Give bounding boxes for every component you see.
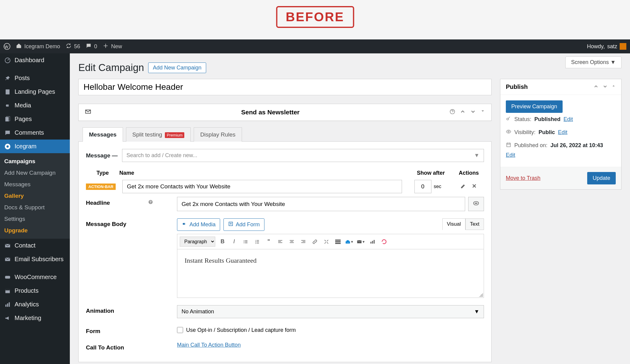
- submenu-upgrade[interactable]: Upgrade: [0, 225, 70, 236]
- update-button[interactable]: Update: [587, 172, 616, 184]
- sidebar-item-marketing[interactable]: Marketing: [0, 311, 70, 325]
- sidebar-item-icegram[interactable]: Icegram: [0, 140, 70, 153]
- sidebar-item-contact[interactable]: Contact: [0, 239, 70, 252]
- sidebar-item-landing-pages[interactable]: Landing Pages: [0, 85, 70, 99]
- align-center-icon[interactable]: [288, 238, 296, 246]
- help-icon[interactable]: [449, 109, 455, 116]
- align-right-icon[interactable]: [299, 238, 308, 246]
- sidebar-item-woocommerce[interactable]: WooCommerce: [0, 270, 70, 284]
- newsletter-panel: Send as Newsletter: [78, 104, 492, 121]
- campaign-title-input[interactable]: [78, 79, 492, 95]
- user-menu[interactable]: Howdy, satz: [587, 43, 626, 50]
- caret-down-icon[interactable]: [480, 109, 485, 116]
- numbered-list-icon[interactable]: 123: [253, 238, 261, 246]
- submenu-messages[interactable]: Messages: [0, 179, 70, 190]
- tab-split-testing[interactable]: Split testing Premium: [126, 127, 191, 142]
- svg-rect-15: [9, 302, 10, 307]
- media-icon: [4, 102, 11, 109]
- cta-label: Call To Action: [86, 342, 177, 351]
- form-icon: [228, 221, 233, 228]
- format-select[interactable]: Paragraph: [180, 237, 215, 247]
- cta-link[interactable]: Main Call To Action Button: [177, 342, 241, 348]
- submenu-gallery[interactable]: Gallery: [0, 190, 70, 202]
- sidebar-item-comments[interactable]: Comments: [0, 126, 70, 140]
- action-bar-badge: ACTION-BAR: [86, 184, 116, 190]
- new-content-link[interactable]: New: [103, 43, 122, 50]
- message-name-input[interactable]: [122, 180, 402, 193]
- sidebar-submenu: Campaigns Add New Campaign Messages Gall…: [0, 153, 70, 239]
- sidebar-item-pages[interactable]: Pages: [0, 112, 70, 126]
- admin-bar: Icegram Demo 56 0: [0, 39, 630, 53]
- editor-tab-visual[interactable]: Visual: [442, 218, 465, 230]
- resize-handle-icon[interactable]: [479, 293, 483, 297]
- svg-point-22: [476, 203, 476, 204]
- visibility-edit-link[interactable]: Edit: [558, 129, 567, 136]
- italic-icon[interactable]: I: [230, 238, 238, 246]
- sidebar-item-email-subscribers[interactable]: Email Subscribers: [0, 252, 70, 266]
- link-icon[interactable]: [311, 238, 319, 246]
- svg-rect-53: [370, 242, 371, 244]
- add-new-campaign-button[interactable]: Add New Campaign: [148, 62, 206, 73]
- envelope-icon[interactable]: ▼: [357, 238, 365, 246]
- tab-messages[interactable]: Messages: [83, 127, 123, 142]
- chevron-down-icon[interactable]: [470, 109, 476, 116]
- screen-options-toggle[interactable]: Screen Options ▼: [565, 56, 621, 68]
- submenu-add-new-campaign[interactable]: Add New Campaign: [0, 167, 70, 179]
- published-edit-link[interactable]: Edit: [506, 152, 515, 158]
- message-body-editor[interactable]: Instant Results Guaranteed: [177, 249, 484, 298]
- submenu-settings[interactable]: Settings: [0, 213, 70, 225]
- fullscreen-icon[interactable]: [322, 238, 331, 246]
- message-search-select[interactable]: Search to add / Create new... ▼: [122, 149, 484, 162]
- chart-icon[interactable]: [368, 238, 377, 246]
- svg-point-24: [183, 223, 185, 225]
- sidebar-item-products[interactable]: Products: [0, 284, 70, 298]
- comment-icon: [86, 43, 92, 50]
- status-edit-link[interactable]: Edit: [564, 116, 573, 123]
- updates-link[interactable]: 56: [66, 43, 80, 50]
- chevron-up-icon[interactable]: [593, 84, 599, 90]
- move-to-trash-link[interactable]: Move to Trash: [506, 175, 540, 181]
- submenu-docs-support[interactable]: Docs & Support: [0, 202, 70, 213]
- col-header-actions: Actions: [454, 170, 484, 176]
- avatar: [620, 43, 626, 50]
- svg-rect-58: [507, 143, 510, 147]
- edit-icon[interactable]: [460, 183, 466, 190]
- align-left-icon[interactable]: [276, 238, 284, 246]
- add-media-button[interactable]: Add Media: [177, 218, 220, 231]
- preview-campaign-button[interactable]: Preview Campaign: [506, 100, 563, 113]
- submenu-campaigns[interactable]: Campaigns: [0, 156, 70, 167]
- show-after-input[interactable]: [414, 180, 431, 193]
- wp-logo-icon[interactable]: [4, 43, 10, 50]
- bold-icon[interactable]: B: [218, 238, 227, 246]
- quote-icon[interactable]: ": [264, 238, 273, 246]
- sidebar-item-dashboard[interactable]: Dashboard: [0, 53, 70, 67]
- toolbar-toggle-icon[interactable]: [334, 238, 342, 246]
- caret-down-icon: ▼: [474, 152, 479, 159]
- close-icon[interactable]: [471, 183, 477, 190]
- editor-tab-text[interactable]: Text: [465, 218, 484, 230]
- refresh-icon[interactable]: [380, 238, 388, 246]
- svg-point-30: [244, 241, 244, 242]
- comments-link[interactable]: 0: [86, 43, 97, 50]
- envelope-open-icon[interactable]: ▼: [345, 238, 354, 246]
- help-icon[interactable]: ?: [148, 200, 153, 206]
- headline-label: Headline ?: [86, 197, 177, 211]
- bullet-list-icon[interactable]: [241, 238, 250, 246]
- svg-point-3: [6, 104, 8, 106]
- headline-chat-button[interactable]: [468, 197, 484, 211]
- sidebar-item-posts[interactable]: Posts: [0, 71, 70, 85]
- animation-select[interactable]: No Animation ▼: [177, 305, 484, 318]
- sidebar-item-media[interactable]: Media: [0, 99, 70, 112]
- caret-up-icon[interactable]: [611, 84, 616, 90]
- site-name-link[interactable]: Icegram Demo: [16, 43, 60, 50]
- sidebar-item-analytics[interactable]: Analytics: [0, 298, 70, 311]
- svg-rect-37: [257, 241, 259, 242]
- tab-display-rules[interactable]: Display Rules: [194, 127, 242, 142]
- form-checkbox[interactable]: [177, 327, 183, 333]
- headline-input[interactable]: [177, 197, 465, 211]
- svg-rect-41: [278, 241, 281, 242]
- add-form-button[interactable]: Add Form: [223, 218, 264, 231]
- chevron-up-icon[interactable]: [460, 109, 466, 116]
- chevron-down-icon[interactable]: [602, 84, 608, 90]
- newsletter-panel-title: Send as Newsletter: [96, 109, 445, 116]
